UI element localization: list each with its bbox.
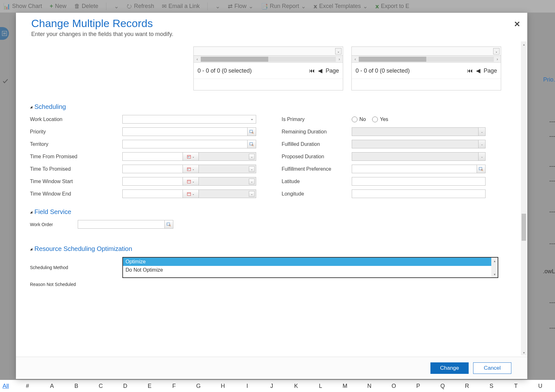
alpha-letter[interactable]: D <box>113 383 138 389</box>
alpha-all[interactable]: All <box>3 383 15 389</box>
alpha-letter[interactable]: E <box>137 383 162 389</box>
lookup-icon[interactable] <box>247 127 256 136</box>
alpha-letter[interactable]: T <box>504 383 528 389</box>
fulfilled-duration-input[interactable]: ⌄ <box>352 140 486 148</box>
scroll-left-icon[interactable]: ‹ <box>194 56 201 63</box>
hscroll-track[interactable] <box>201 57 336 62</box>
chevron-down-icon[interactable]: ⌄ <box>335 48 342 54</box>
bg-column-prio: Prio. <box>543 76 555 83</box>
proposed-duration-input[interactable]: ⌄ <box>352 152 486 161</box>
dialog-header: Change Multiple Records Enter your chang… <box>16 13 527 40</box>
listbox-scrollbar[interactable]: ▴▾ <box>491 258 498 277</box>
lookup-icon[interactable] <box>164 220 173 229</box>
calendar-icon[interactable]: ⌄ <box>183 152 199 161</box>
section-scheduling-header[interactable]: ◢ Scheduling <box>30 103 518 110</box>
dialog-scrollbar[interactable]: ▴ ▾ <box>521 41 527 355</box>
work-order-lookup[interactable] <box>78 220 173 229</box>
alpha-letter[interactable]: N <box>357 383 382 389</box>
calendar-icon[interactable]: ⌄ <box>183 177 199 186</box>
svg-rect-12 <box>187 180 191 183</box>
scroll-right-icon[interactable]: › <box>336 56 343 63</box>
svg-rect-7 <box>189 157 189 157</box>
fulfillment-preference-lookup[interactable] <box>352 165 486 173</box>
label-fulfillment-preference: Fulfillment Preference <box>282 166 352 172</box>
priority-input[interactable] <box>122 127 247 136</box>
alpha-letter[interactable]: A <box>40 383 64 389</box>
prev-page-icon[interactable]: ◀ <box>476 67 480 74</box>
time-window-start-input[interactable]: ⌄ ⌄ <box>122 177 256 186</box>
territory-lookup[interactable] <box>122 140 256 148</box>
label-time-window-start: Time Window Start <box>30 179 122 184</box>
change-button[interactable]: Change <box>430 362 469 374</box>
alpha-letter[interactable]: M <box>333 383 357 389</box>
dialog-title: Change Multiple Records <box>31 17 512 30</box>
alpha-index-bar: All # A B C D E F G H I J K L M N O P Q … <box>0 380 555 392</box>
lookup-icon[interactable] <box>247 140 256 148</box>
time-from-promised-input[interactable]: ⌄ ⌄ <box>122 152 256 161</box>
scroll-down-icon[interactable]: ▾ <box>521 350 527 355</box>
is-primary-yes[interactable]: Yes <box>372 117 388 122</box>
prev-page-icon[interactable]: ◀ <box>318 67 322 74</box>
alpha-letter[interactable]: S <box>479 383 504 389</box>
bg-dash: --- <box>549 118 555 125</box>
alpha-letter[interactable]: O <box>382 383 406 389</box>
alpha-letter[interactable]: # <box>15 383 40 389</box>
hscroll-track[interactable] <box>359 57 494 62</box>
alpha-letter[interactable]: R <box>455 383 479 389</box>
dialog-footer: Change Cancel <box>16 357 527 379</box>
scheduling-method-option-do-not-optimize[interactable]: Do Not Optimize <box>123 266 498 274</box>
alpha-letter[interactable]: F <box>162 383 186 389</box>
latitude-input[interactable] <box>352 177 486 186</box>
alpha-letter[interactable]: B <box>64 383 89 389</box>
alpha-letter[interactable]: J <box>259 383 284 389</box>
alpha-letter[interactable]: I <box>235 383 260 389</box>
scheduling-method-option-optimize[interactable]: Optimize <box>123 258 498 266</box>
label-fulfilled-duration: Fulfilled Duration <box>282 141 352 147</box>
lookup-icon[interactable] <box>477 165 486 173</box>
alpha-letter[interactable]: P <box>406 383 430 389</box>
collapse-icon: ◢ <box>30 105 32 109</box>
label-priority: Priority <box>30 129 122 135</box>
scroll-up-icon[interactable]: ▴ <box>521 41 527 47</box>
calendar-icon[interactable]: ⌄ <box>183 165 199 173</box>
alpha-letter[interactable]: C <box>89 383 113 389</box>
alpha-letter[interactable]: G <box>186 383 211 389</box>
label-reason-not-scheduled: Reason Not Scheduled <box>30 282 122 287</box>
scroll-left-icon[interactable]: ‹ <box>352 56 359 63</box>
svg-rect-9 <box>188 169 188 170</box>
work-location-select[interactable] <box>122 115 256 124</box>
page-label: Page <box>326 68 339 74</box>
section-rso-header[interactable]: ◢ Resource Scheduling Optimization <box>30 245 518 253</box>
bg-dash: --- <box>549 209 555 215</box>
alpha-letter[interactable]: K <box>284 383 308 389</box>
label-work-order: Work Order <box>30 222 78 227</box>
svg-rect-13 <box>187 192 191 196</box>
label-proposed-duration: Proposed Duration <box>282 154 352 160</box>
alpha-letter[interactable]: H <box>211 383 235 389</box>
scroll-right-icon[interactable]: › <box>494 56 501 63</box>
bg-dash: --- <box>549 178 555 184</box>
section-field-service-header[interactable]: ◢ Field Service <box>30 208 518 216</box>
priority-lookup[interactable] <box>122 127 256 136</box>
cancel-button[interactable]: Cancel <box>473 362 511 374</box>
alpha-letter[interactable]: L <box>308 383 333 389</box>
chevron-down-icon[interactable]: ⌄ <box>493 48 500 54</box>
scheduling-method-listbox[interactable]: Optimize Do Not Optimize ▴▾ <box>122 257 498 278</box>
time-window-end-input[interactable]: ⌄ ⌄ <box>122 189 256 198</box>
change-multiple-records-dialog: Change Multiple Records Enter your chang… <box>16 13 527 379</box>
time-to-promised-input[interactable]: ⌄ ⌄ <box>122 165 256 173</box>
alpha-letter[interactable]: U <box>528 383 552 389</box>
label-longitude: Longitude <box>282 191 352 197</box>
remaining-duration-input[interactable]: ⌄ <box>352 127 486 136</box>
longitude-input[interactable] <box>352 189 486 198</box>
label-latitude: Latitude <box>282 179 352 184</box>
scroll-thumb[interactable] <box>522 214 526 241</box>
bg-dash: --- <box>549 133 555 140</box>
is-primary-no[interactable]: No <box>352 117 366 122</box>
calendar-icon[interactable]: ⌄ <box>183 189 199 198</box>
alpha-letter[interactable]: Q <box>430 383 455 389</box>
territory-input[interactable] <box>122 140 247 148</box>
first-page-icon[interactable]: ⏮ <box>467 68 473 74</box>
close-button[interactable]: ✕ <box>514 20 520 29</box>
first-page-icon[interactable]: ⏮ <box>309 68 315 74</box>
